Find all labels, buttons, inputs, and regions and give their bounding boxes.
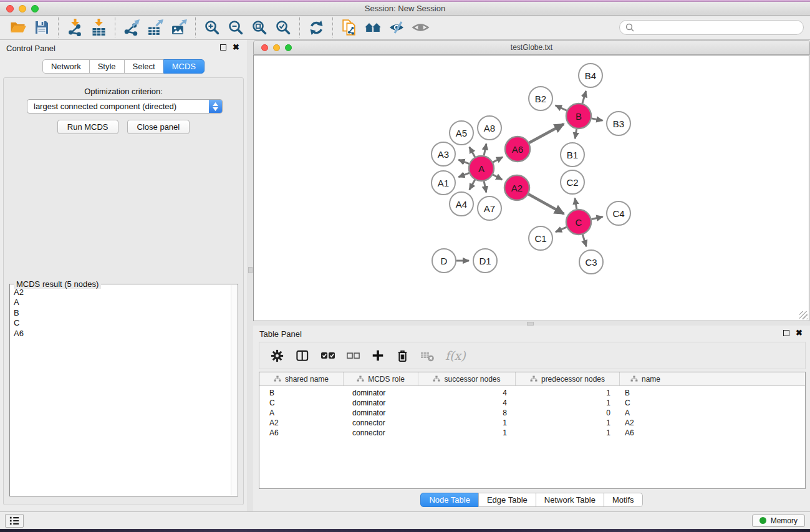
search-input[interactable] (637, 23, 798, 32)
memory-button[interactable]: Memory (752, 515, 805, 527)
export-image-button[interactable] (167, 16, 191, 39)
node-A8[interactable]: A8 (478, 116, 501, 140)
table-row[interactable]: A2connector11A2 (259, 418, 805, 428)
node-C4[interactable]: C4 (607, 201, 630, 225)
import-table-button[interactable] (87, 16, 110, 39)
edge-A-A8[interactable] (484, 143, 486, 155)
show-all-networks-button[interactable] (361, 16, 385, 39)
edge-A2-C[interactable] (528, 194, 564, 214)
run-mcds-button[interactable]: Run MCDS (57, 120, 118, 134)
node-D[interactable]: D (432, 249, 456, 273)
hide-selected-button[interactable] (385, 16, 408, 39)
zoom-out-button[interactable] (224, 16, 248, 39)
edge-B-B1[interactable] (575, 129, 577, 139)
table-row[interactable]: Bdominator41B (259, 388, 805, 398)
node-A2[interactable]: A2 (504, 175, 529, 200)
tab-network[interactable]: Network (42, 59, 90, 74)
zoom-in-button[interactable] (200, 16, 224, 39)
close-panel-button[interactable]: Close panel (127, 120, 190, 134)
edge-C-C3[interactable] (582, 235, 586, 246)
mcds-result-item[interactable]: A6 (10, 329, 230, 339)
tab-style[interactable]: Style (89, 59, 125, 74)
vertical-splitter[interactable] (247, 40, 253, 511)
float-table-panel-icon[interactable] (783, 330, 789, 336)
column-header-predecessor-nodes[interactable]: predecessor nodes (516, 372, 620, 385)
tab-network-table[interactable]: Network Table (536, 493, 604, 507)
edge-A-A6[interactable] (493, 157, 503, 162)
edge-A-A5[interactable] (470, 147, 475, 157)
node-B1[interactable]: B1 (561, 143, 584, 167)
vertical-splitter-handle[interactable] (248, 267, 253, 273)
delete-column-button[interactable] (395, 349, 410, 363)
add-column-button[interactable] (371, 349, 385, 362)
float-panel-icon[interactable] (220, 44, 226, 51)
tab-edge-table[interactable]: Edge Table (478, 493, 536, 507)
node-A7[interactable]: A7 (478, 196, 501, 220)
edge-C-C4[interactable] (592, 217, 603, 220)
close-panel-icon[interactable]: ✖ (233, 44, 239, 51)
edge-B-B2[interactable] (556, 105, 567, 110)
node-A[interactable]: A (469, 156, 494, 181)
edge-A-A2[interactable] (493, 175, 502, 180)
edge-A-A4[interactable] (470, 180, 475, 190)
network-canvas[interactable]: B4B2BB3A5A8A6B1A3AC2A1A2A4A7C4CC1DD1C3 (253, 55, 809, 321)
task-history-button[interactable] (5, 514, 24, 528)
node-C1[interactable]: C1 (529, 226, 552, 250)
show-selected-button[interactable] (408, 16, 432, 39)
open-session-button[interactable] (6, 16, 30, 39)
tab-select[interactable]: Select (124, 59, 164, 74)
tab-mcds[interactable]: MCDS (163, 59, 205, 74)
mcds-result-item[interactable]: A2 (10, 288, 230, 297)
node-C[interactable]: C (566, 210, 591, 235)
node-C2[interactable]: C2 (561, 170, 584, 194)
edge-A-A3[interactable] (458, 160, 469, 163)
close-table-panel-icon[interactable]: ✖ (796, 330, 803, 336)
edge-B-B4[interactable] (582, 91, 586, 104)
edge-A-A1[interactable] (458, 173, 469, 177)
edge-A6-B[interactable] (529, 124, 564, 143)
export-table-button[interactable] (143, 16, 167, 39)
node-A1[interactable]: A1 (432, 171, 455, 195)
export-network-button[interactable] (120, 16, 143, 39)
mcds-result-item[interactable]: A (10, 297, 230, 307)
criterion-dropdown[interactable]: largest connected component (directed) (27, 99, 223, 114)
duplicate-network-button[interactable] (337, 16, 361, 39)
table-settings-button[interactable] (270, 349, 284, 363)
node-A4[interactable]: A4 (450, 192, 473, 216)
edge-A-A7[interactable] (484, 181, 486, 193)
column-header-name[interactable]: name (620, 372, 671, 385)
table-row[interactable]: Cdominator41C (259, 398, 805, 408)
node-C3[interactable]: C3 (579, 250, 603, 274)
delete-table-button[interactable] (420, 349, 435, 362)
column-header-successor-nodes[interactable]: successor nodes (418, 372, 516, 385)
edge-C-C1[interactable] (556, 227, 567, 232)
zoom-fit-button[interactable] (248, 16, 271, 39)
edge-C-C2[interactable] (575, 198, 577, 210)
table-row[interactable]: Adominator80A (259, 408, 805, 418)
column-visibility-button[interactable] (295, 349, 310, 363)
node-A5[interactable]: A5 (450, 121, 473, 145)
tab-motifs[interactable]: Motifs (604, 493, 643, 507)
node-B[interactable]: B (566, 104, 591, 128)
function-builder-button[interactable]: f(x) (445, 349, 466, 362)
zoom-selected-button[interactable] (271, 16, 295, 39)
table-row[interactable]: A6connector11A6 (259, 428, 805, 438)
node-D1[interactable]: D1 (473, 249, 497, 273)
apply-layout-button[interactable] (304, 16, 328, 39)
edge-B-B3[interactable] (592, 118, 603, 120)
node-A6[interactable]: A6 (505, 137, 530, 162)
node-A3[interactable]: A3 (432, 142, 455, 166)
node-B3[interactable]: B3 (607, 112, 630, 135)
select-all-button[interactable] (321, 349, 335, 362)
column-header-MCDS-role[interactable]: MCDS role (344, 372, 418, 385)
import-network-button[interactable] (63, 16, 87, 39)
save-session-button[interactable] (30, 16, 54, 39)
deselect-all-button[interactable] (346, 349, 360, 362)
resize-grip-icon[interactable] (799, 311, 808, 319)
node-B2[interactable]: B2 (529, 87, 552, 110)
column-header-shared-name[interactable]: shared name (259, 372, 344, 385)
node-B4[interactable]: B4 (579, 64, 602, 87)
tab-node-table[interactable]: Node Table (420, 493, 479, 507)
mcds-result-item[interactable]: C (10, 318, 230, 328)
result-scrollbar[interactable] (231, 285, 237, 495)
